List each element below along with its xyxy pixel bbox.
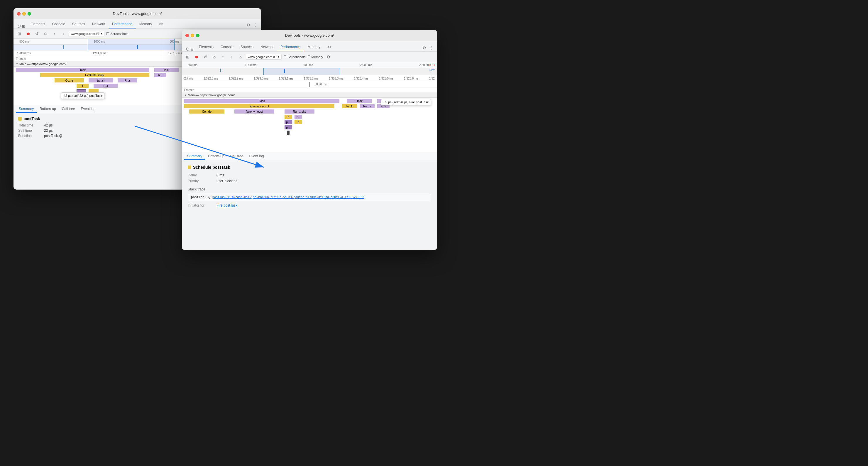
tab-more-1[interactable]: >> [155,20,166,28]
fik-bar[interactable]: Fi...k [342,104,357,108]
code-bar[interactable]: Co...de [189,110,224,114]
tab-performance-1[interactable]: Performance [108,20,136,28]
overview-chart-2[interactable]: 500 ms 1,000 ms 500 ms 2,000 ms 2,500 ms… [182,62,437,75]
tab-memory-1[interactable]: Memory [136,20,155,28]
settings-btn-2[interactable]: ⚙ [421,44,428,51]
run-bar[interactable]: Run ...sks [284,110,314,114]
r-bar[interactable]: R... [154,73,166,77]
panel-tab-calltree-2[interactable]: Call tree [227,153,246,160]
summary-row-priority: Priority user-blocking [188,179,431,183]
gear-btn-2[interactable]: ⚙ [325,53,332,60]
traffic-lights-2 [185,34,199,37]
dock-btn-1[interactable]: ⊞ [16,30,23,37]
stack-trace-box: postTask @ postTask @ m=cdos,hsm,jsa,mb4… [188,193,431,201]
collapse-icon-2[interactable]: ▼ [184,94,187,96]
screenshots-checkbox-1[interactable]: ☐ Screenshots [106,32,128,36]
upload-btn-1[interactable]: ↑ [51,30,58,37]
tab-elements-2[interactable]: Elements [195,43,217,51]
panel-tab-summary-2[interactable]: Summary [184,153,205,160]
record-btn-1[interactable]: ⏺ [25,30,32,37]
minimize-button-1[interactable] [22,12,26,16]
panel-tab-bottomup-2[interactable]: Bottom-up [205,153,227,160]
url-bar-2[interactable]: www.google.com #1 ▾ [246,54,282,60]
anon-bar-w2[interactable]: (anonymous) [235,110,275,114]
close-button-2[interactable] [185,34,189,37]
detail-ruler-2: 2.7 ms 1,322.8 ms 1,322.9 ms 1,323.0 ms … [182,75,437,82]
panel-tab-bottomup-1[interactable]: Bottom-up [37,106,59,113]
as-bar[interactable]: (a...s) [89,78,113,83]
tooltip-2: 55 μs (self 26 μs) Fire postTask [381,99,431,105]
cursor-icon-2: ⬡ [186,47,189,51]
url-bar-1[interactable]: www.google.com #1 ▾ [69,31,104,36]
title-bar-2: DevTools - www.google.com/ [182,30,437,41]
cursor-icon: ⬡ [18,24,21,28]
tab-more-2[interactable]: >> [324,43,335,51]
download-btn-1[interactable]: ↓ [60,30,67,37]
close-button-1[interactable] [17,12,21,16]
panel-tabs-2: Summary Bottom-up Call tree Event log [182,152,437,160]
tab-sources-2[interactable]: Sources [237,43,257,51]
tab-memory-2[interactable]: Memory [304,43,324,51]
download-btn-2[interactable]: ↓ [228,53,235,60]
f-bar[interactable]: f [76,84,89,88]
anon-bar[interactable]: (...) [94,84,118,88]
url-text-1: www.google.com #1 [71,32,99,35]
f2-bar-w2[interactable]: f [294,120,302,124]
summary-panel-2: Schedule postTask Delay 0 ms Priority us… [182,160,437,213]
upload-btn-2[interactable]: ↑ [219,53,226,60]
tab-console-1[interactable]: Console [49,20,69,28]
tab-network-1[interactable]: Network [89,20,108,28]
record-btn-2[interactable]: ⏺ [193,53,200,60]
panel-tab-eventlog-1[interactable]: Event log [78,106,98,113]
window-title-2: DevTools - www.google.com/ [285,33,334,37]
rus-bar[interactable]: Ru...s [360,104,375,108]
panel-tab-eventlog-2[interactable]: Event log [246,153,267,160]
stop-btn-1[interactable]: ⊘ [42,30,49,37]
tab-network-2[interactable]: Network [257,43,277,51]
eval-bar-w2[interactable]: Evaluate script [184,104,334,108]
timeline-selection-2[interactable] [264,68,340,75]
dock-btn-2[interactable]: ⊞ [184,53,191,60]
summary-title-2: Schedule postTask [188,165,431,170]
tab-console-2[interactable]: Console [217,43,237,51]
more-btn-2[interactable]: ⋮ [428,44,435,51]
stack-trace-label: Stack trace [188,187,431,191]
small-bar-w2[interactable] [287,130,289,135]
dropdown-icon-1: ▾ [101,32,102,35]
rs-bar[interactable]: R...s [118,78,137,83]
task-bar-w2-2[interactable]: Task [347,99,372,103]
tab-elements-1[interactable]: Elements [27,20,49,28]
initiator-link[interactable]: Fire postTask [216,203,237,207]
more-btn-1[interactable]: ⋮ [252,22,259,28]
reload-btn-1[interactable]: ↺ [33,30,40,37]
p2-bar-w2[interactable]: p... [284,125,292,129]
frames-row-2: Frames [182,87,437,93]
p-bar-w2[interactable]: p... [284,120,292,124]
task-bar-1[interactable]: Task [16,68,149,72]
home-btn-2[interactable]: ⌂ [237,53,244,60]
screenshots-checkbox-2[interactable]: ☐ Screenshots [283,55,305,59]
maximize-button-2[interactable] [196,34,199,37]
settings-btn-1[interactable]: ⚙ [245,22,252,28]
stack-trace-link[interactable]: postTask @ m=cdos,hsm,jsa,mb4ZUb,cEt90b,… [212,196,364,199]
f-bar-w2[interactable]: f [284,115,292,119]
traffic-lights-1 [17,12,31,16]
minimize-button-2[interactable] [191,34,194,37]
memory-checkbox-2[interactable]: ☐ Memory [307,55,323,59]
timeline-selection-1[interactable] [88,39,174,50]
task-bar-w2-1[interactable]: Task [184,99,339,103]
stop-btn-2[interactable]: ⊘ [211,53,218,60]
reload-btn-2[interactable]: ↺ [202,53,209,60]
maximize-button-1[interactable] [28,12,31,16]
collapse-icon-1[interactable]: ▼ [16,63,18,65]
eval-bar-1[interactable]: Evaluate script [40,73,150,77]
panel-tab-summary-1[interactable]: Summary [16,106,37,113]
flame-chart-2: Task Task T...k Evaluate script Fi...k R… [182,98,437,152]
tab-performance-2[interactable]: Performance [277,43,304,51]
nav-tabs-2: ⬡ ⊞ Elements Console Sources Network Per… [182,41,437,52]
panel-tab-calltree-1[interactable]: Call tree [59,106,78,113]
tab-sources-1[interactable]: Sources [69,20,89,28]
task-bar-2[interactable]: Task [154,68,179,72]
r-bar-w2[interactable]: r... [294,115,302,119]
co-bar[interactable]: Co...e [55,78,84,83]
